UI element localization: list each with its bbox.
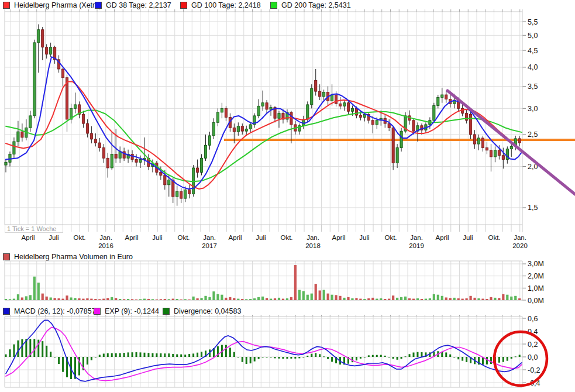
volume-bar — [86, 298, 88, 300]
divergence-bar — [392, 357, 394, 359]
candle-body — [490, 150, 492, 157]
volume-bar — [9, 299, 11, 300]
volume-bar — [290, 297, 292, 300]
candle-body — [498, 150, 500, 156]
volume-bar — [13, 299, 15, 300]
candle-body — [270, 108, 272, 109]
divergence-bar — [462, 357, 463, 361]
month-label: Jan. — [307, 234, 319, 241]
volume-bar — [253, 298, 256, 300]
candle-body — [164, 176, 166, 185]
candle-body — [74, 105, 76, 108]
month-label: April — [125, 234, 138, 241]
volume-bar — [319, 290, 321, 300]
volume-bar — [139, 299, 142, 300]
divergence-bar — [502, 357, 504, 362]
divergence-bar — [401, 357, 402, 359]
candle-body — [233, 128, 235, 132]
candle-body — [188, 190, 191, 194]
month-label: Jan. — [410, 234, 423, 241]
volume-bar — [176, 299, 178, 300]
divergence-bar — [132, 352, 133, 357]
candle-body — [502, 156, 504, 160]
divergence-bar — [388, 357, 390, 357]
divergence-bar — [364, 357, 366, 357]
divergence-bar — [17, 341, 19, 357]
price-tick-label: 5,0 — [528, 32, 538, 40]
volume-panel: 3,0M2,0M1,0M0,0M — [5, 260, 544, 304]
month-label: Okt. — [280, 234, 292, 241]
divergence-bar — [262, 357, 264, 357]
volume-bar — [473, 298, 476, 300]
volume-bar — [302, 291, 305, 300]
volume-bar — [323, 290, 325, 300]
divergence-bar — [290, 357, 292, 359]
candle-body — [371, 121, 374, 125]
candle-body — [37, 30, 40, 43]
volume-bar — [70, 297, 72, 300]
divergence-bar — [225, 345, 227, 357]
volume-bar — [74, 298, 76, 300]
volume-bar — [102, 299, 105, 300]
candle-body — [331, 95, 333, 101]
divergence-bar — [311, 354, 312, 357]
divergence-bar — [486, 357, 488, 365]
candle-body — [5, 162, 7, 165]
volume-bar — [216, 294, 219, 300]
month-label: Juli — [256, 234, 266, 241]
volume-bar — [286, 298, 288, 300]
candle-body — [335, 95, 337, 104]
month-label: Juli — [463, 234, 473, 241]
volume-bar — [388, 299, 390, 300]
candle-body — [445, 95, 447, 99]
macd-tick-label: -0,2 — [528, 366, 540, 374]
volume-bar — [469, 296, 471, 300]
divergence-bar — [457, 357, 459, 359]
volume-bar — [441, 296, 443, 300]
volume-bar — [462, 299, 464, 300]
volume-bar — [172, 299, 174, 300]
divergence-bar — [258, 357, 260, 359]
divergence-bar — [356, 357, 357, 360]
candle-body — [319, 91, 321, 97]
volume-bar — [412, 299, 415, 300]
divergence-bar — [152, 353, 153, 357]
candle-body — [462, 108, 464, 113]
candle-body — [494, 150, 496, 157]
divergence-bar — [376, 355, 378, 357]
volume-bar — [445, 297, 447, 300]
volume-bar — [29, 295, 32, 300]
volume-bar — [400, 297, 402, 300]
candle-body — [90, 133, 92, 139]
divergence-bar — [58, 357, 60, 364]
candle-body — [433, 105, 435, 120]
volume-bar — [408, 298, 411, 300]
volume-bar — [376, 299, 378, 300]
volume-bar — [425, 299, 427, 300]
volume-bar — [94, 299, 97, 300]
volume-bar — [331, 295, 333, 300]
volume-bar — [416, 298, 419, 300]
volume-bar — [82, 299, 84, 300]
divergence-bar — [197, 353, 198, 357]
divergence-bar — [91, 357, 92, 360]
month-label: Juli — [152, 234, 162, 241]
volume-bar — [514, 296, 517, 300]
candle-body — [307, 105, 309, 119]
candle-body — [351, 108, 353, 111]
divergence-bar — [250, 357, 252, 363]
candle-body — [106, 158, 109, 168]
divergence-bar — [319, 354, 321, 357]
volume-bar — [78, 298, 80, 300]
volume-bar — [168, 299, 170, 300]
candle-body — [115, 154, 117, 158]
volume-bar — [66, 295, 68, 300]
candle-body — [139, 160, 142, 163]
candle-body — [359, 115, 361, 117]
divergence-bar — [107, 353, 109, 357]
divergence-bar — [449, 355, 451, 357]
candle-body — [61, 69, 64, 78]
candle-body — [168, 180, 170, 185]
candle-body — [13, 142, 15, 154]
highlight-circle-annotation — [494, 332, 547, 386]
